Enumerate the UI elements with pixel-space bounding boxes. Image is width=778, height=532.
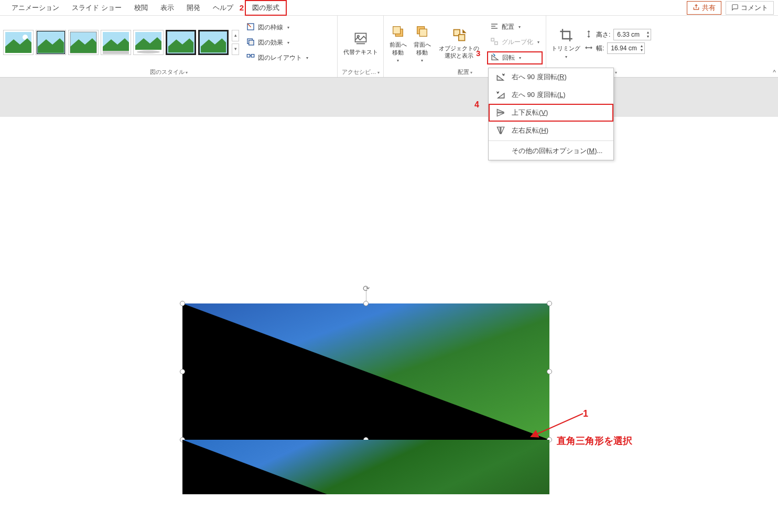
- group-icon: [490, 37, 499, 47]
- tab-help[interactable]: ヘルプ: [207, 1, 240, 15]
- menu-rotate-left[interactable]: 左へ 90 度回転(L): [489, 86, 613, 104]
- layout-icon: [246, 53, 255, 63]
- ribbon: ▴▾ 図の枠線▾ 図の効果▾ 図のレイアウト▾ 図のスタイル: [0, 16, 778, 78]
- menu-flip-horizontal[interactable]: 左右反転(H): [489, 122, 613, 139]
- handle-w[interactable]: [180, 369, 185, 374]
- rotate-menu: 右へ 90 度回転(R) 左へ 90 度回転(L) 上下反転(V) 左右反転(H…: [488, 68, 614, 160]
- menu-rotate-right-label: 右へ 90 度回転(R): [512, 72, 567, 82]
- align-label: 配置: [502, 23, 514, 31]
- blank-icon: [496, 146, 505, 156]
- annotation-3: 3: [476, 49, 480, 58]
- svg-rect-13: [249, 40, 254, 45]
- menu-more-label: その他の回転オプション(M)...: [512, 146, 602, 156]
- svg-rect-6: [103, 51, 129, 54]
- svg-rect-21: [420, 29, 427, 37]
- ribbon-collapse-button[interactable]: ^: [773, 69, 776, 76]
- menu-flip-vertical-label: 上下反転(V): [512, 108, 548, 117]
- annotation-1-text: 直角三角形を選択: [557, 435, 632, 447]
- handle-n[interactable]: [363, 301, 369, 306]
- share-label: 共有: [702, 3, 716, 13]
- effects-icon: [246, 38, 255, 48]
- alt-text-label: 代替テキスト: [343, 48, 378, 56]
- alt-text-icon: [353, 31, 368, 46]
- border-icon: [246, 23, 255, 32]
- style-thumb-2[interactable]: [36, 30, 66, 55]
- annotation-1: 1 直角三角形を選択: [531, 408, 593, 452]
- tab-slideshow[interactable]: スライド ショー: [66, 1, 128, 15]
- crop-label: トリミング: [552, 45, 580, 52]
- svg-rect-24: [491, 38, 494, 41]
- bring-forward-icon: [391, 24, 405, 39]
- rotation-handle[interactable]: ⟳: [363, 284, 370, 294]
- tab-animation[interactable]: アニメーション: [5, 1, 66, 15]
- crop-button[interactable]: トリミング▾: [549, 26, 582, 59]
- picture-effects-button[interactable]: 図の効果▾: [243, 37, 311, 49]
- send-backward-icon: [415, 24, 429, 39]
- width-label: 幅:: [596, 44, 604, 53]
- handle-e[interactable]: [547, 369, 552, 374]
- tab-picture-format[interactable]: 図の形式: [245, 0, 287, 16]
- handle-ne[interactable]: [547, 301, 552, 306]
- annotation-1-number: 1: [583, 408, 588, 419]
- send-backward-button[interactable]: 背面へ移動▾: [411, 22, 433, 63]
- group-button: グループ化▾: [487, 36, 543, 48]
- tabs-row: アニメーション スライド ショー 校閲 表示 開発 ヘルプ 2 図の形式 共有 …: [0, 0, 778, 16]
- slide-canvas[interactable]: ⟳ 1 直角三角形を選択: [69, 117, 709, 494]
- comment-icon: [731, 4, 739, 13]
- group-label-accessibility: アクセシビ…: [341, 67, 380, 76]
- selection-pane-label: オブジェクトの選択と表示: [438, 45, 481, 60]
- menu-more-rotation[interactable]: その他の回転オプション(M)...: [489, 142, 613, 160]
- width-input[interactable]: 16.94 cm ▲▼: [607, 42, 645, 54]
- handle-nw[interactable]: [180, 301, 185, 306]
- tab-view[interactable]: 表示: [154, 1, 180, 15]
- menu-flip-horizontal-label: 左右反転(H): [512, 126, 548, 135]
- style-thumb-4[interactable]: [101, 30, 131, 55]
- picture-border-button[interactable]: 図の枠線▾: [243, 21, 311, 34]
- width-value: 16.94 cm: [611, 45, 636, 52]
- height-spinner[interactable]: ▲▼: [646, 30, 650, 39]
- rotate-left-icon: [496, 90, 505, 100]
- height-input[interactable]: 6.33 cm ▲▼: [613, 29, 651, 40]
- menu-separator: [489, 140, 613, 141]
- group-accessibility: 代替テキスト アクセシビ…: [338, 16, 384, 77]
- style-thumb-7[interactable]: [198, 30, 229, 55]
- style-thumb-1[interactable]: [3, 30, 34, 55]
- effects-label: 図の効果: [258, 38, 283, 47]
- send-backward-label: 背面へ移動: [413, 41, 431, 56]
- style-thumb-6[interactable]: [166, 30, 196, 55]
- svg-rect-25: [495, 41, 498, 44]
- svg-rect-14: [247, 54, 250, 57]
- picture-layout-button[interactable]: 図のレイアウト▾: [243, 52, 311, 64]
- svg-point-8: [137, 50, 160, 53]
- align-icon: [490, 22, 499, 32]
- bottom-shape[interactable]: [182, 440, 549, 494]
- menu-rotate-right[interactable]: 右へ 90 度回転(R): [489, 68, 613, 86]
- bring-forward-label: 前面へ移動: [389, 41, 407, 56]
- rotate-icon: [491, 53, 499, 63]
- border-label: 図の枠線: [258, 23, 283, 32]
- menu-flip-vertical[interactable]: 上下反転(V): [489, 104, 613, 122]
- rotate-label: 回転: [502, 53, 515, 62]
- height-icon: [585, 30, 593, 40]
- menu-rotate-left-label: 左へ 90 度回転(L): [512, 90, 566, 100]
- tab-review[interactable]: 校閲: [128, 1, 154, 15]
- svg-rect-23: [459, 35, 465, 41]
- svg-rect-15: [251, 54, 254, 57]
- selected-shape[interactable]: ⟳: [182, 303, 549, 440]
- height-value: 6.33 cm: [617, 31, 640, 38]
- alt-text-button[interactable]: 代替テキスト: [341, 29, 380, 56]
- style-thumb-3[interactable]: [68, 30, 99, 55]
- style-gallery-scroll[interactable]: ▴▾: [232, 30, 239, 55]
- annotation-4: 4: [474, 100, 479, 110]
- tab-developer[interactable]: 開発: [180, 1, 207, 15]
- bring-forward-button[interactable]: 前面へ移動▾: [387, 22, 409, 63]
- rotate-button[interactable]: 回転▾: [487, 51, 543, 64]
- comment-button[interactable]: コメント: [726, 1, 774, 15]
- width-spinner[interactable]: ▲▼: [640, 44, 643, 52]
- crop-icon: [559, 28, 574, 42]
- align-button[interactable]: 配置▾: [487, 21, 543, 33]
- svg-rect-19: [393, 27, 401, 34]
- style-thumb-5[interactable]: [133, 30, 164, 55]
- share-button[interactable]: 共有: [687, 1, 721, 15]
- header-actions: 共有 コメント: [687, 1, 774, 15]
